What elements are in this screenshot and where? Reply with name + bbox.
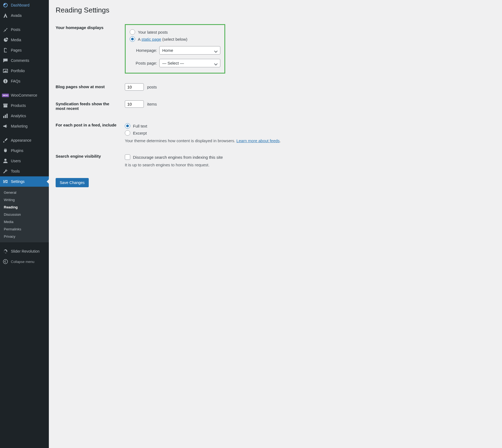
homepage-highlight-box: Your latest posts A static page (select … (125, 24, 225, 74)
sub-item-reading[interactable]: Reading (0, 204, 49, 211)
sidebar-label: Plugins (11, 148, 23, 153)
comments-icon (3, 58, 8, 63)
collapse-label: Collapse menu (11, 260, 34, 264)
media-icon (3, 37, 8, 43)
sidebar-label: Posts (11, 27, 20, 32)
sidebar-item-portfolio[interactable]: Portfolio (0, 66, 49, 76)
sidebar-label: Comments (11, 58, 29, 63)
sub-item-general[interactable]: General (0, 189, 49, 196)
page-title: Reading Settings (56, 3, 495, 19)
sidebar-item-products[interactable]: Products (0, 100, 49, 111)
settings-submenu: General Writing Reading Discussion Media… (0, 187, 49, 242)
sidebar-item-appearance[interactable]: Appearance (0, 135, 49, 145)
sidebar-label: WooCommerce (11, 93, 37, 97)
save-changes-button[interactable]: Save Changes (56, 178, 89, 187)
sub-item-privacy[interactable]: Privacy (0, 233, 49, 240)
user-icon (3, 158, 8, 164)
homepage-select-label: Homepage: (136, 48, 157, 53)
blog-pages-input[interactable] (125, 83, 144, 91)
svg-point-7 (4, 159, 7, 161)
feed-content-label: For each post in a feed, include (56, 117, 122, 148)
products-icon (3, 103, 8, 108)
sidebar-item-faqs[interactable]: FAQs (0, 76, 49, 86)
sidebar-item-avada[interactable]: Avada (0, 10, 49, 21)
pages-icon (3, 47, 8, 53)
svg-rect-4 (3, 116, 4, 118)
sidebar-item-slider[interactable]: Slider Revolution (0, 246, 49, 256)
learn-more-feeds-link[interactable]: Learn more about feeds (236, 138, 279, 143)
sidebar-item-users[interactable]: Users (0, 156, 49, 166)
collapse-menu[interactable]: Collapse menu (0, 256, 49, 266)
posts-page-select-label: Posts page: (136, 61, 157, 65)
sidebar-item-posts[interactable]: Posts (0, 24, 49, 35)
feed-description: Your theme determines how content is dis… (125, 138, 493, 143)
sub-item-permalinks[interactable]: Permalinks (0, 225, 49, 233)
sidebar-label: Tools (11, 169, 20, 173)
radio-static-page-label: A static page (select below) (138, 37, 188, 42)
sidebar-label: Media (11, 38, 21, 42)
plug-icon (3, 148, 8, 153)
refresh-icon (3, 249, 8, 254)
sidebar-item-settings[interactable]: Settings (0, 176, 49, 187)
homepage-select[interactable]: Home (159, 46, 220, 55)
sidebar-label: Dashboard (11, 3, 30, 7)
sidebar-item-media[interactable]: Media (0, 35, 49, 45)
radio-full-text-label: Full text (133, 124, 147, 128)
checkbox-discourage-label: Discourage search engines from indexing … (133, 155, 223, 160)
svg-rect-2 (5, 80, 6, 80)
sidebar-item-woocommerce[interactable]: WOO WooCommerce (0, 90, 49, 100)
radio-static-page[interactable] (130, 36, 135, 42)
sidebar-item-comments[interactable]: Comments (0, 55, 49, 66)
syndication-label: Syndication feeds show the most recent (56, 96, 122, 117)
svg-rect-6 (7, 114, 8, 118)
search-visibility-desc: It is up to search engines to honor this… (125, 163, 493, 167)
radio-excerpt[interactable] (125, 130, 130, 136)
sidebar-label: Pages (11, 48, 22, 52)
sub-item-discussion[interactable]: Discussion (0, 211, 49, 218)
blog-pages-unit: posts (147, 85, 157, 89)
megaphone-icon (3, 123, 8, 129)
sidebar-item-pages[interactable]: Pages (0, 45, 49, 55)
sidebar-label: Slider Revolution (11, 249, 40, 253)
settings-form: Your homepage displays Your latest posts… (56, 19, 495, 172)
sub-item-media[interactable]: Media (0, 218, 49, 225)
sidebar-label: FAQs (11, 79, 20, 83)
woo-icon: WOO (3, 93, 8, 98)
pin-icon (3, 27, 8, 32)
syndication-input[interactable] (125, 100, 144, 108)
svg-point-8 (3, 259, 8, 264)
admin-sidebar: Dashboard Avada Posts Media Pages Commen… (0, 0, 49, 448)
brush-icon (3, 138, 8, 143)
sidebar-item-dashboard[interactable]: Dashboard (0, 0, 49, 10)
sidebar-item-analytics[interactable]: Analytics (0, 111, 49, 121)
search-visibility-label: Search engine visibility (56, 148, 122, 172)
avada-icon (3, 13, 8, 18)
sidebar-label: Avada (11, 13, 21, 18)
analytics-icon (3, 113, 8, 119)
homepage-displays-label: Your homepage displays (56, 19, 122, 78)
posts-page-select[interactable]: — Select — (159, 59, 220, 67)
sidebar-item-tools[interactable]: Tools (0, 166, 49, 176)
radio-excerpt-label: Excerpt (133, 131, 147, 135)
sidebar-label: Settings (11, 179, 25, 184)
sidebar-label: Products (11, 103, 26, 108)
svg-rect-3 (5, 81, 6, 82)
sidebar-label: Portfolio (11, 69, 25, 73)
sidebar-item-marketing[interactable]: Marketing (0, 121, 49, 131)
svg-rect-5 (5, 115, 6, 118)
radio-latest-posts[interactable] (130, 29, 135, 35)
sidebar-label: Marketing (11, 124, 27, 128)
sidebar-label: Users (11, 159, 21, 163)
svg-rect-0 (3, 69, 8, 72)
radio-full-text[interactable] (125, 123, 130, 129)
radio-latest-posts-label: Your latest posts (138, 30, 168, 34)
collapse-icon (3, 259, 8, 264)
sliders-icon (3, 179, 8, 184)
sub-item-writing[interactable]: Writing (0, 196, 49, 204)
wrench-icon (3, 169, 8, 174)
info-icon (3, 78, 8, 84)
main-content: Reading Settings Your homepage displays … (49, 0, 502, 448)
checkbox-discourage-search[interactable] (125, 154, 130, 160)
static-page-link[interactable]: static page (141, 37, 161, 42)
sidebar-item-plugins[interactable]: Plugins (0, 145, 49, 156)
